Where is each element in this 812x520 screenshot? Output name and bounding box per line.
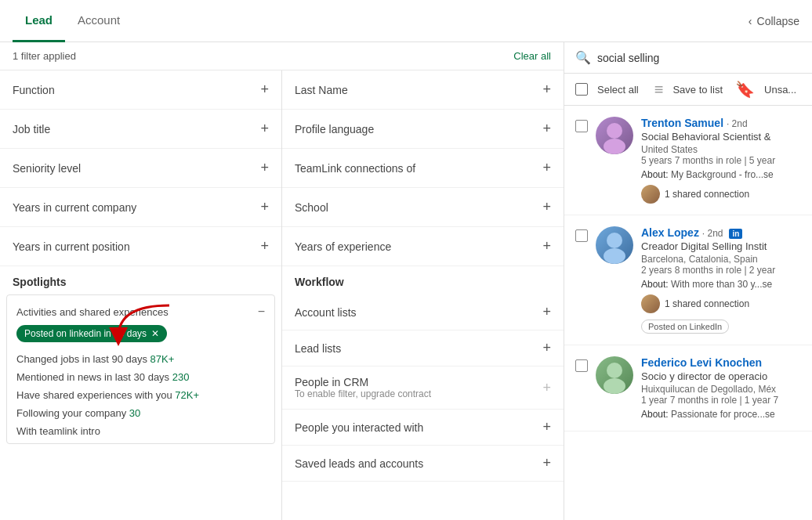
plus-icon: + xyxy=(542,199,551,215)
search-input[interactable] xyxy=(597,52,801,64)
filter-columns: Function + Job title + Seniority level +… xyxy=(0,70,564,520)
tab-account-label: Account xyxy=(78,13,120,27)
person-name[interactable]: Federico Levi Knochen xyxy=(641,356,762,369)
spotlight-following[interactable]: Following your company 30 xyxy=(16,404,265,422)
card-about: About: My Background - fro...se xyxy=(641,169,801,180)
card-title: Socio y director de operacio xyxy=(641,370,801,382)
person-name[interactable]: Alex Lopez xyxy=(641,226,699,239)
spotlight-teamlink[interactable]: With teamlink intro xyxy=(16,422,265,440)
workflow-section: Workflow Account lists + Lead lists + Pe… xyxy=(282,266,564,482)
workflow-saved-leads[interactable]: Saved leads and accounts + xyxy=(282,446,564,482)
avatar-icon xyxy=(596,117,633,154)
plus-icon: + xyxy=(260,160,269,176)
spotlight-shared-exp[interactable]: Have shared experiences with you 72K+ xyxy=(16,386,265,404)
plus-icon: + xyxy=(260,238,269,255)
spotlight-changed-jobs[interactable]: Changed jobs in last 90 days 87K+ xyxy=(16,350,265,368)
avatar-icon xyxy=(596,226,633,264)
filter-years-exp[interactable]: Years of experience + xyxy=(282,227,564,266)
plus-icon: + xyxy=(542,81,551,98)
save-to-list-button[interactable]: Save to list xyxy=(672,84,723,96)
person-card: Federico Levi Knochen Socio y director d… xyxy=(564,345,812,432)
shared-connection-text: 1 shared connection xyxy=(665,298,749,309)
filter-last-name[interactable]: Last Name + xyxy=(282,70,564,110)
plus-icon: + xyxy=(260,121,269,137)
plus-icon: + xyxy=(260,81,269,98)
workflow-lead-lists[interactable]: Lead lists + xyxy=(282,330,564,367)
workflow-people-crm: People in CRM To enable filter, upgrade … xyxy=(282,367,564,410)
svg-point-5 xyxy=(607,363,622,378)
shared-connection: 1 shared connection xyxy=(641,294,801,313)
filter-col-right: Last Name + Profile language + TeamLink … xyxy=(282,70,564,520)
person-list: Trenton Samuel · 2nd Social Behavioral S… xyxy=(564,106,812,520)
plus-icon: + xyxy=(542,455,551,471)
card-location: United States xyxy=(641,144,801,155)
filter-bar: 1 filter applied Clear all xyxy=(0,42,564,70)
person-checkbox[interactable] xyxy=(575,229,588,242)
plus-icon: + xyxy=(260,199,269,215)
tab-lead[interactable]: Lead xyxy=(13,0,65,42)
card-location: Huixquilucan de Degollado, Méx xyxy=(641,384,801,395)
card-duration: 1 year 7 months in role | 1 year 7 xyxy=(641,395,801,406)
tag-container: Posted on linkedin in 30 days ✕ xyxy=(16,325,167,350)
card-info: Federico Levi Knochen Socio y director d… xyxy=(641,356,801,420)
plus-icon: + xyxy=(542,121,551,137)
filter-teamlink[interactable]: TeamLink connections of + xyxy=(282,149,564,188)
spotlights-title: Spotlights xyxy=(0,276,281,294)
filter-profile-lang[interactable]: Profile language + xyxy=(282,110,564,149)
search-bar: 🔍 xyxy=(564,42,812,74)
card-info: Trenton Samuel · 2nd Social Behavioral S… xyxy=(641,117,801,204)
top-nav: Lead Account ‹ Collapse xyxy=(0,0,812,42)
main-content: 1 filter applied Clear all Function + Jo… xyxy=(0,42,812,520)
plus-icon: + xyxy=(542,419,551,435)
svg-point-4 xyxy=(604,248,625,264)
filter-years-company[interactable]: Years in current company + xyxy=(0,188,281,227)
plus-icon: + xyxy=(542,340,551,356)
avatar-icon xyxy=(596,356,633,394)
left-panel: 1 filter applied Clear all Function + Jo… xyxy=(0,42,564,520)
svg-point-6 xyxy=(604,378,625,394)
filter-school[interactable]: School + xyxy=(282,188,564,227)
person-name[interactable]: Trenton Samuel xyxy=(641,117,723,129)
person-card: Trenton Samuel · 2nd Social Behavioral S… xyxy=(564,106,812,215)
person-card: Alex Lopez · 2nd in Creador Digital Sell… xyxy=(564,215,812,345)
select-all-label[interactable]: Select all xyxy=(597,84,639,96)
plus-disabled-icon: + xyxy=(542,380,551,396)
filter-seniority[interactable]: Seniority level + xyxy=(0,149,281,188)
select-all-checkbox[interactable] xyxy=(575,83,588,96)
person-checkbox[interactable] xyxy=(575,120,588,132)
svg-point-3 xyxy=(607,233,622,248)
avatar xyxy=(596,356,633,394)
right-panel: 🔍 Select all ≡ Save to list 🔖 Unsa... xyxy=(564,42,812,520)
collapse-button[interactable]: ‹ Collapse xyxy=(749,15,799,27)
plus-icon: + xyxy=(542,160,551,176)
filter-function[interactable]: Function + xyxy=(0,70,281,110)
filter-count: 1 filter applied xyxy=(13,50,76,62)
red-arrow-icon xyxy=(103,302,173,348)
card-duration: 5 years 7 months in role | 5 year xyxy=(641,155,801,166)
workflow-people-interacted[interactable]: People you interacted with + xyxy=(282,410,564,446)
shared-connection: 1 shared connection xyxy=(641,185,801,204)
tab-lead-label: Lead xyxy=(25,13,53,27)
degree-badge: · 2nd xyxy=(702,228,723,239)
shared-avatar xyxy=(641,294,660,313)
unsave-button[interactable]: Unsa... xyxy=(764,84,796,96)
avatar xyxy=(596,226,633,264)
clear-all-button[interactable]: Clear all xyxy=(513,50,551,62)
shared-avatar xyxy=(641,185,660,204)
card-about: About: With more than 30 y...se xyxy=(641,279,801,290)
filter-job-title[interactable]: Job title + xyxy=(0,110,281,149)
select-bar: Select all ≡ Save to list 🔖 Unsa... xyxy=(564,74,812,106)
filter-years-position[interactable]: Years in current position + xyxy=(0,227,281,266)
degree-badge: · 2nd xyxy=(727,118,748,129)
spotlight-collapse-button[interactable]: − xyxy=(258,305,265,319)
workflow-account-lists[interactable]: Account lists + xyxy=(282,294,564,330)
tab-account[interactable]: Account xyxy=(65,0,132,42)
search-icon: 🔍 xyxy=(575,50,591,65)
person-checkbox[interactable] xyxy=(575,359,588,372)
spotlight-news[interactable]: Mentioned in news in last 30 days 230 xyxy=(16,368,265,386)
bookmark-icon: 🔖 xyxy=(735,80,755,99)
list-icon: ≡ xyxy=(654,81,664,99)
card-title: Social Behavioral Scientist & xyxy=(641,131,801,143)
card-title: Creador Digital Selling Instit xyxy=(641,240,801,252)
avatar xyxy=(596,117,633,154)
